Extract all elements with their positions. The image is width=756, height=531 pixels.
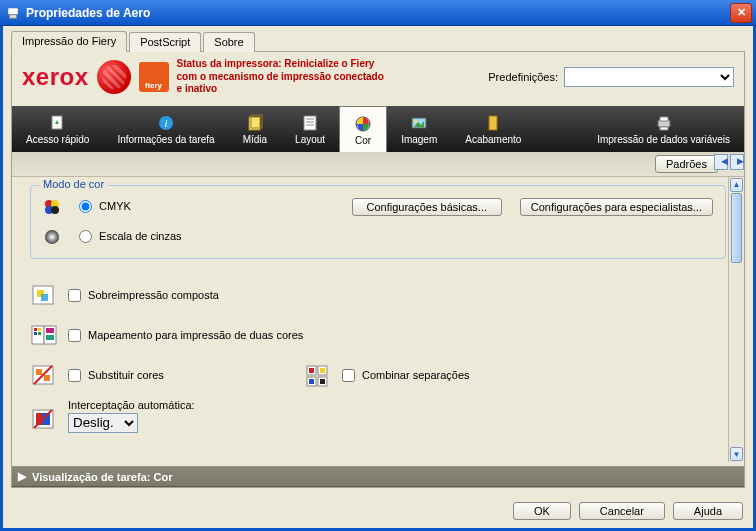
- ok-label: OK: [534, 505, 550, 517]
- quick-access-icon: [49, 114, 67, 132]
- toolbar-media-label: Mídia: [243, 134, 267, 145]
- composite-overprint-checkbox[interactable]: [68, 289, 81, 302]
- cmyk-text: CMYK: [99, 200, 131, 212]
- svg-rect-45: [309, 379, 314, 384]
- svg-rect-18: [660, 117, 668, 121]
- toolbar-image[interactable]: Imagem: [387, 106, 451, 152]
- tab-panel: xerox fiery Status da impressora: Reinic…: [11, 51, 745, 488]
- svg-rect-0: [8, 7, 19, 14]
- toolbar-quick-label: Acesso rápido: [26, 134, 89, 145]
- printer-icon: [6, 6, 20, 20]
- cmyk-radio-label[interactable]: CMYK: [79, 200, 131, 214]
- scroll-up-arrow[interactable]: ▲: [730, 178, 743, 192]
- category-toolbar: Acesso rápido i Informações da tarefa Mí…: [12, 106, 744, 152]
- window-title: Propriedades de Aero: [26, 6, 730, 20]
- auto-trapping-select[interactable]: Deslig.: [68, 413, 138, 433]
- composite-overprint-label[interactable]: Sobreimpressão composta: [68, 289, 219, 303]
- defaults-button[interactable]: Padrões: [655, 155, 718, 173]
- composite-overprint-row: Sobreimpressão composta: [30, 283, 726, 309]
- tab-postscript[interactable]: PostScript: [129, 32, 201, 52]
- auto-trapping-icon: [30, 407, 58, 433]
- toolbar-media[interactable]: Mídia: [229, 106, 281, 152]
- brand-row: xerox fiery Status da impressora: Reinic…: [12, 52, 744, 106]
- svg-rect-37: [36, 369, 42, 375]
- svg-rect-38: [44, 375, 50, 381]
- combine-separations-text: Combinar separações: [362, 369, 470, 381]
- layout-icon: [301, 114, 319, 132]
- cmyk-radio[interactable]: [79, 200, 92, 213]
- grayscale-radio[interactable]: [79, 230, 92, 243]
- svg-rect-19: [660, 127, 668, 130]
- vertical-scrollbar[interactable]: ▲ ▼: [728, 177, 744, 463]
- expert-settings-button[interactable]: Configurações para especialistas...: [520, 198, 713, 216]
- svg-point-23: [51, 206, 59, 214]
- toolbar-scroll-left[interactable]: ◀: [714, 154, 728, 170]
- auto-trapping-row: Interceptação automática: Deslig.: [30, 399, 726, 433]
- fiery-badge-text: fiery: [145, 81, 162, 90]
- basic-settings-label: Configurações básicas...: [367, 201, 487, 213]
- toolbar-color[interactable]: Cor: [339, 106, 387, 152]
- finishing-icon: [484, 114, 502, 132]
- toolbar-finishing[interactable]: Acabamento: [451, 106, 535, 152]
- scroll-down-arrow[interactable]: ▼: [730, 447, 743, 461]
- svg-rect-31: [34, 332, 37, 335]
- two-color-mapping-label[interactable]: Mapeamento para impressão de duas cores: [68, 329, 303, 343]
- presets-select[interactable]: [564, 67, 734, 87]
- color-mode-legend: Modo de cor: [39, 178, 108, 190]
- toolbar-scroll: ◀ ▶: [714, 154, 744, 170]
- svg-rect-47: [320, 379, 325, 384]
- svg-rect-34: [46, 328, 54, 333]
- scroll-thumb[interactable]: [731, 193, 742, 263]
- svg-rect-29: [34, 328, 37, 331]
- defaults-button-label: Padrões: [666, 158, 707, 170]
- substitute-colors-checkbox[interactable]: [68, 369, 81, 382]
- basic-settings-button[interactable]: Configurações básicas...: [352, 198, 502, 216]
- tab-about[interactable]: Sobre: [203, 32, 254, 52]
- combine-separations-row: Combinar separações: [304, 363, 470, 389]
- close-icon: ✕: [737, 6, 746, 19]
- svg-rect-30: [38, 328, 41, 331]
- xerox-logo-text: xerox: [22, 63, 89, 91]
- svg-rect-35: [46, 335, 54, 340]
- printer-status-text: Status da impressora: Reinicialize o Fie…: [177, 58, 387, 96]
- ok-button[interactable]: OK: [513, 502, 571, 520]
- expand-icon: ▶: [18, 470, 26, 483]
- two-color-mapping-checkbox[interactable]: [68, 329, 81, 342]
- job-preview-bar[interactable]: ▶ Visualização de tarefa: Cor: [12, 466, 744, 487]
- svg-rect-43: [320, 368, 325, 373]
- titlebar: Propriedades de Aero ✕: [0, 0, 756, 26]
- window-body: Impressão do Fiery PostScript Sobre xero…: [0, 26, 756, 531]
- two-color-mapping-row: Mapeamento para impressão de duas cores: [30, 323, 726, 349]
- grayscale-radio-label[interactable]: Escala de cinzas: [79, 230, 182, 244]
- svg-rect-27: [41, 294, 48, 301]
- toolbar-vdp[interactable]: Impressão de dados variáveis: [583, 106, 744, 152]
- tab-fiery-print[interactable]: Impressão do Fiery: [11, 31, 127, 52]
- svg-point-24: [45, 230, 59, 244]
- substitute-colors-row: Substituir cores: [30, 363, 164, 389]
- close-button[interactable]: ✕: [730, 3, 752, 23]
- tab-fiery-label: Impressão do Fiery: [22, 35, 116, 47]
- xerox-sphere-icon: [97, 60, 131, 94]
- toolbar-layout[interactable]: Layout: [281, 106, 339, 152]
- help-button[interactable]: Ajuda: [673, 502, 743, 520]
- toolbar-color-label: Cor: [355, 135, 371, 146]
- substitute-colors-label[interactable]: Substituir cores: [68, 369, 164, 383]
- defaults-row: Padrões: [12, 152, 744, 177]
- cmyk-swatch-icon: [43, 198, 61, 216]
- cancel-button[interactable]: Cancelar: [579, 502, 665, 520]
- combine-separations-label[interactable]: Combinar separações: [342, 369, 470, 383]
- toolbar-job-info[interactable]: i Informações da tarefa: [103, 106, 228, 152]
- media-icon: [246, 114, 264, 132]
- toolbar-image-label: Imagem: [401, 134, 437, 145]
- toolbar-quick-access[interactable]: Acesso rápido: [12, 106, 103, 152]
- toolbar-scroll-right[interactable]: ▶: [730, 154, 744, 170]
- toolbar-layout-label: Layout: [295, 134, 325, 145]
- presets-group: Predefinições:: [488, 67, 734, 87]
- substitute-colors-text: Substituir cores: [88, 369, 164, 381]
- combine-separations-checkbox[interactable]: [342, 369, 355, 382]
- expert-settings-label: Configurações para especialistas...: [531, 201, 702, 213]
- image-icon: [410, 114, 428, 132]
- substitute-colors-icon: [30, 363, 58, 389]
- svg-point-15: [415, 120, 418, 123]
- tab-postscript-label: PostScript: [140, 36, 190, 48]
